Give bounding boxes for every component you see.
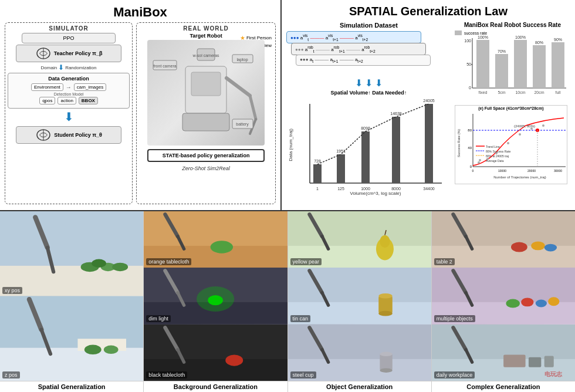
obj-gen-column: yellow pear tin can <box>288 211 432 392</box>
orange-cloth-image: orange tablecloth <box>144 211 287 268</box>
svg-point-113 <box>208 295 224 305</box>
spatial-left: Simulation Dataset ●●● avist ——— avist+1… <box>286 22 451 198</box>
black-cloth-image: black tablecloth <box>144 325 287 381</box>
svg-point-79 <box>542 124 544 127</box>
svg-text:34400: 34400 <box>423 187 435 191</box>
svg-text:80% Success Rate: 80% Success Rate <box>486 150 510 153</box>
svg-text:125: 125 <box>337 187 344 191</box>
daily-workplace-label: daily workplace <box>434 371 475 379</box>
svg-point-95 <box>112 263 128 271</box>
bbox-box: BBOX <box>79 97 98 104</box>
success-bars-svg: 0 50 100 100% fixed 70% 5cm 100% 10cm <box>455 35 569 103</box>
svg-text:0: 0 <box>470 165 472 168</box>
svg-rect-30 <box>425 104 433 183</box>
svg-point-78 <box>530 127 533 130</box>
svg-rect-130 <box>378 296 393 313</box>
dim-light-label: dim light <box>146 315 171 322</box>
svg-rect-43 <box>476 40 489 88</box>
svg-rect-28 <box>392 117 400 183</box>
svg-text:Trend Line: Trend Line <box>486 145 500 148</box>
svg-text:1000: 1000 <box>361 187 370 191</box>
yellow-pear-image: yellow pear <box>288 211 431 268</box>
bottom-section: xy pos z pos Spatial Generalization <box>0 211 575 392</box>
svg-point-94 <box>92 259 106 268</box>
svg-rect-24 <box>337 154 345 183</box>
black-cloth-label: black tablecloth <box>146 371 187 379</box>
sim-arrow-down: ⬇ <box>8 110 130 124</box>
svg-rect-97 <box>0 347 143 381</box>
svg-rect-15 <box>182 113 229 131</box>
svg-text:front camera: front camera <box>153 64 176 68</box>
svg-text:Data (num_traj): Data (num_traj) <box>288 129 293 161</box>
svg-text:24005: 24005 <box>423 99 435 103</box>
svg-text:80: 80 <box>468 129 472 132</box>
rob-card: ●●● arobt ——— arobt+1 ——— arobt+2 <box>291 43 426 55</box>
xy-pos-image: xy pos <box>0 211 143 296</box>
bar-chart-svg: Data (num_traj) Volume(cm^3, log scale) … <box>286 98 445 198</box>
realworld-panel: REAL WORLD Target Robot ★ First Person ★… <box>136 22 276 204</box>
bar-chart-container: Spatial Volume↑ Data Needed↑ Data (num_t… <box>286 90 451 200</box>
line-chart-svg: Success Rate (%) Number of Trajectories … <box>455 111 568 181</box>
z-pos-label: z pos <box>2 371 20 379</box>
svg-rect-11 <box>191 72 221 96</box>
svg-point-153 <box>535 300 546 307</box>
orange-cloth-label: orange tablecloth <box>146 258 191 265</box>
yellow-pear-label: yellow pear <box>290 258 322 265</box>
line-chart-title: (e) Full Space (41cm*30cm*28cm) <box>455 106 567 111</box>
svg-point-77 <box>519 133 521 136</box>
state-policy-box: STATE-based policy generalization <box>147 149 265 162</box>
bar-chart-title: Spatial Volume↑ Data Needed↑ <box>286 90 451 96</box>
svg-rect-26 <box>361 131 370 183</box>
realworld-label: REAL WORLD <box>139 25 273 32</box>
svg-point-145 <box>531 241 545 250</box>
svg-text:30000: 30000 <box>554 169 562 173</box>
z-pos-image: z pos <box>0 296 143 381</box>
daily-workplace-image: 电玩志 daily workplace <box>432 325 575 381</box>
domain-label: Domain <box>41 65 58 70</box>
data-cards: ●●● avist ——— avist+1 ——— avist+2 ●●● ar… <box>286 31 451 75</box>
svg-point-131 <box>378 293 393 299</box>
svg-point-107 <box>211 241 234 253</box>
svg-point-139 <box>380 368 392 372</box>
multi-objects-image: multiple objects <box>432 268 575 324</box>
svg-text:w-sol cameras: w-sol cameras <box>192 53 219 58</box>
xy-pos-label: xy pos <box>2 287 22 294</box>
svg-text:70%: 70% <box>498 49 506 53</box>
svg-point-76 <box>507 142 509 144</box>
svg-text:80% at 24005 traj: 80% at 24005 traj <box>486 154 509 158</box>
line-chart-container: (e) Full Space (41cm*30cm*28cm) Success … <box>455 105 567 184</box>
svg-text:100%: 100% <box>515 35 526 39</box>
svg-point-101 <box>84 344 102 354</box>
ppo-box: PPO <box>22 33 116 43</box>
svg-point-118 <box>226 354 243 366</box>
obj-gen-title: Object Generalization <box>288 381 431 392</box>
svg-rect-160 <box>529 357 541 367</box>
zero-shot-label: Zero-Shot Sim2Real <box>139 165 273 171</box>
svg-text:(24005, 80%): (24005, 80%) <box>514 124 535 128</box>
success-title: ManiBox Real Robot Success Rate <box>455 22 570 28</box>
svg-text:Average Data: Average Data <box>486 159 504 163</box>
svg-point-151 <box>506 299 520 308</box>
svg-rect-55 <box>552 42 564 88</box>
svg-text:Success Rate (%): Success Rate (%) <box>457 129 461 157</box>
spatial-right: ManiBox Real Robot Success Rate success … <box>455 22 570 198</box>
bg-gen-title: Background Generalization <box>144 381 287 392</box>
svg-text:电玩志: 电玩志 <box>544 370 562 377</box>
spatial-panel: SPATIAL Generalization Law Simulation Da… <box>282 0 575 211</box>
spatial-gen-column: xy pos z pos Spatial Generalization <box>0 211 144 392</box>
rand-label: Randomization <box>65 65 96 70</box>
svg-point-138 <box>380 352 392 356</box>
svg-point-124 <box>380 235 390 248</box>
success-legend: success rate <box>455 31 570 35</box>
svg-text:5cm: 5cm <box>498 90 505 94</box>
svg-rect-137 <box>380 354 392 370</box>
svg-rect-161 <box>544 356 553 367</box>
svg-text:8000: 8000 <box>391 187 401 191</box>
svg-point-152 <box>521 298 533 307</box>
svg-text:40: 40 <box>468 146 472 150</box>
robot-image: w-sol cameras front camera laptop <box>147 40 265 146</box>
complex-gen-title: Complex Generalization <box>432 381 575 392</box>
student-brain-icon <box>35 129 52 141</box>
data-gen-box: Data Generation Environment → cam_images… <box>8 73 130 109</box>
ppo-label: PPO <box>63 35 75 41</box>
